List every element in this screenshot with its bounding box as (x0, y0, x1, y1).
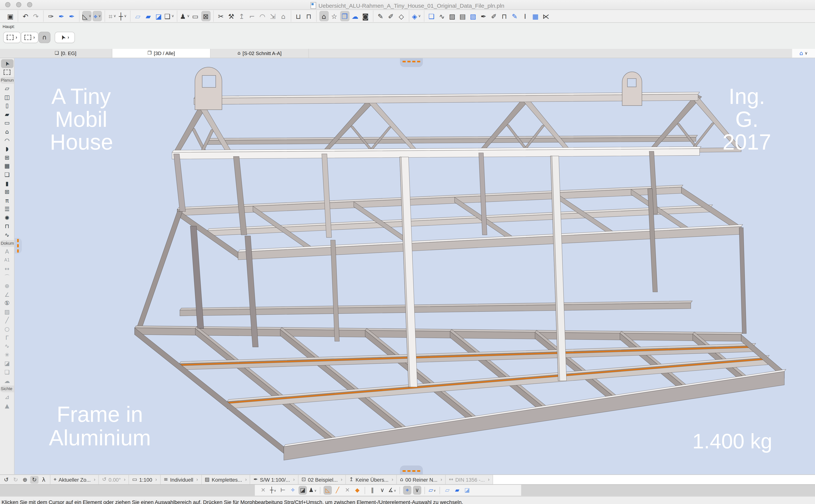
trim-corner-icon[interactable]: ⌐ (247, 11, 257, 21)
pane-splitter-bottom[interactable] (400, 465, 423, 474)
plane-vertical-icon[interactable]: ▰ (143, 11, 153, 21)
element-info-icon[interactable]: ❐ (340, 11, 349, 21)
redo-icon[interactable]: ↷ (31, 11, 41, 21)
classification-cloud-icon[interactable]: ☁ (350, 11, 360, 21)
line-hatch-icon[interactable]: ▧ (469, 11, 478, 21)
window-grid-tool-icon[interactable]: ⊞ (1, 188, 13, 196)
pencil-settings-icon[interactable]: ✎ (510, 11, 520, 21)
lamp-tool-icon[interactable]: ✺ (1, 214, 13, 222)
snap-cross-icon[interactable]: ✕ (343, 486, 351, 495)
radial-dimension-tool-icon[interactable]: ⌒ (1, 273, 13, 282)
frame-copy-icon[interactable]: ❏∨ (164, 11, 174, 21)
adjust-icon[interactable]: ⚒ (227, 11, 236, 21)
element-snap-icon[interactable]: ⌖ (403, 486, 411, 495)
intersection-snap-icon[interactable]: ✕ (259, 486, 267, 495)
ruler-guide-icon[interactable]: ⊢ (279, 486, 287, 495)
tab-section[interactable]: ⌂[S-02 Schnitt A-A] (211, 49, 309, 58)
plane-vertical-icon[interactable]: ▰ (453, 486, 461, 495)
group-dokumentation[interactable]: Dokum (0, 240, 14, 247)
plane-horizontal-icon[interactable]: ▱ (443, 486, 451, 495)
roof-tool-icon[interactable]: ⌂ (1, 127, 13, 136)
slab-tool-icon[interactable]: ▰ (1, 110, 13, 119)
element-snap-chevron[interactable]: ∨ (413, 486, 421, 495)
tag-icon[interactable]: ◇ (396, 11, 406, 21)
curtain-wall-tool-icon[interactable]: ▦ (1, 162, 13, 170)
angle-constraint-icon[interactable]: ∨ (378, 486, 386, 495)
window-tool-icon[interactable]: ⊞ (1, 153, 13, 162)
zoom-forward-icon[interactable]: ↻ (11, 476, 20, 483)
marquee-transform-button[interactable]: › (4, 32, 20, 42)
favorites-star-icon[interactable]: ☆ (329, 11, 339, 21)
stretch-window-icon[interactable]: ⊓ (304, 11, 313, 21)
document-edit-icon[interactable]: ✎ (376, 11, 385, 21)
wall-tool-icon[interactable]: ▱ (1, 84, 13, 93)
pane-splitter-top[interactable] (400, 58, 423, 67)
marquee-transform-icon[interactable]: ⊠ (201, 11, 210, 21)
stair-tool-icon[interactable]: ☰ (1, 205, 13, 214)
3d-viewport[interactable]: A TinyMobilHouse Ing. G.2017 Frame inAlu… (14, 58, 815, 474)
undo-icon[interactable]: ↶ (21, 11, 30, 21)
circle-tool-icon[interactable]: ○ (1, 325, 13, 334)
plane-auto-icon[interactable]: ◪ (463, 486, 471, 495)
ibeam-profile-icon[interactable]: Ⅰ (520, 11, 530, 21)
mesh-tool-icon[interactable]: ∿ (1, 231, 13, 239)
setsquare-icon[interactable]: ◺∨ (82, 11, 92, 21)
elevation-marker-tool-icon[interactable]: ▲ (1, 402, 13, 410)
snap-diamond-icon[interactable]: ◆ (353, 486, 361, 495)
gravity-icon[interactable]: ♟∨ (180, 11, 189, 21)
angle-dimension-tool-icon[interactable]: ∠ (1, 290, 13, 299)
dimension-tool-icon[interactable]: ↔ (1, 265, 13, 273)
scale-field[interactable]: ▭1:100› (129, 475, 160, 484)
model-overview-icon[interactable]: ⌂ (319, 11, 328, 21)
fillet-icon[interactable]: ◠ (258, 11, 267, 21)
navigator-popup-button[interactable]: ⌂∨ (792, 49, 815, 58)
editing-plane-pen-icon[interactable]: ▱∨ (428, 486, 436, 495)
door2-tool-icon[interactable]: ▮ (1, 179, 13, 188)
preview-frame-icon[interactable]: ◙ (361, 11, 370, 21)
bisector-constraint-icon[interactable]: ∡∨ (388, 486, 396, 495)
profile-beam-tool-icon[interactable]: ⊓ (1, 222, 13, 231)
group-sichten[interactable]: Sichte (0, 386, 14, 393)
level-dimension-tool-icon[interactable]: ⊕ (1, 282, 13, 290)
morph-icon[interactable]: ◈∨ (412, 11, 421, 21)
magic-snap-icon[interactable]: ✧ (289, 486, 297, 495)
door-tool-icon[interactable]: ◫ (1, 93, 13, 101)
measure-unit-icon[interactable]: ▭ (191, 11, 200, 21)
plane-edit-icon[interactable]: ◪ (154, 11, 163, 21)
guide-lines-icon[interactable]: ┼∨ (269, 486, 277, 495)
profile-lines-icon[interactable]: ∿ (437, 11, 447, 21)
parameter-brush-icon[interactable]: ✐ (386, 11, 395, 21)
line-tool-icon[interactable]: ╱ (1, 316, 13, 325)
drawing-tool-icon[interactable]: ❏ (1, 368, 13, 377)
resize-icon[interactable]: ⇲ (268, 11, 277, 21)
zoom-back-icon[interactable]: ↺ (2, 476, 10, 483)
marquee-tool-icon[interactable] (1, 68, 13, 76)
orbit-icon[interactable]: ↻ (30, 476, 38, 483)
layer-combination-field[interactable]: ≡Individuell› (160, 475, 201, 484)
pickup-parameters-icon[interactable]: ✑ (46, 11, 56, 21)
schedule-grid-icon[interactable]: ▦ (531, 11, 540, 21)
layer-copy-icon[interactable]: ❏ (427, 11, 436, 21)
save-icon[interactable]: ▣ (6, 11, 15, 21)
text-tool-icon[interactable]: A (1, 247, 13, 256)
column-tool-icon[interactable]: ▯ (1, 101, 13, 110)
fill-tool-icon[interactable]: ▨ (1, 308, 13, 316)
selection-rectangle-button[interactable]: › (21, 32, 38, 42)
hotspot-tool-icon[interactable]: ✳ (1, 351, 13, 359)
arrow-tool-button[interactable]: ➤› (55, 32, 74, 42)
rotation-field[interactable]: ↺0.00°› (98, 475, 129, 484)
arrow-tool-icon[interactable]: ➤ (1, 59, 13, 68)
brick-structure-icon[interactable]: ▤ (458, 11, 467, 21)
pane-splitter-left[interactable] (14, 238, 22, 254)
pen-set-field[interactable]: ✒S/W 1:100/...› (250, 475, 298, 484)
tab-floorplan[interactable]: ❏[0. EG] (19, 49, 112, 58)
polyline-tool-icon[interactable]: Γ (1, 334, 13, 342)
beam-tool-icon[interactable]: ▭ (1, 119, 13, 127)
parallel-constraint-icon[interactable]: ∥ (368, 486, 376, 495)
zoom-preset-field[interactable]: ⌖Aktueller Zo...› (50, 475, 98, 484)
object-chair-tool-icon[interactable]: π (1, 196, 13, 205)
graphic-override-field[interactable]: ⌂00 Reiner N...› (396, 475, 445, 484)
dimension-standard-field[interactable]: ↔DIN 1356 -...› (445, 475, 493, 484)
coordinates-xy-icon[interactable]: ⌗∨ (108, 11, 117, 21)
inject-all-icon[interactable]: ✒ (67, 11, 77, 21)
